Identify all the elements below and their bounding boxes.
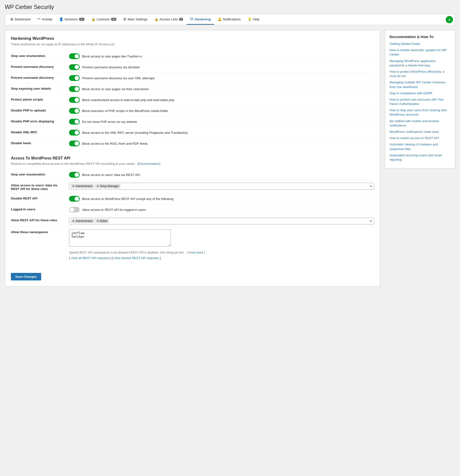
sidebar-link-1[interactable]: How to enable automatic updates for WP C… [390,48,451,57]
tag-x-icon: ✕ [97,184,99,188]
tag-administrator: ✕Administrator [71,219,94,223]
row-content-8: Block access to the RSS, Atom and RDF fe… [69,141,374,146]
rest-row-allow-namespaces: Allow these namespaces jetflow fetcher [11,227,374,249]
sidebar-link-8[interactable]: Be notified with mobile and browser noti… [390,119,451,128]
save-section: Save Changes [11,267,374,280]
toggle-7[interactable] [69,130,80,136]
tab-hardening-label: Hardening [194,17,211,21]
sessions-badge: 11 [79,18,84,21]
sidebar-link-5[interactable]: Stay in compliance with GDPR [390,91,451,95]
row-content-7: Block access to the XML-RPC server (incl… [69,130,374,136]
tag-clear-btn-allow-roles[interactable]: ✕ [369,184,372,188]
tab-hardening[interactable]: 🛡 Hardening [186,14,214,25]
toggle-1[interactable] [69,64,80,70]
rest-toggle-logged-in[interactable] [69,207,80,212]
sidebar-link-11[interactable]: Automatic cleanup of malware and suspici… [390,142,451,151]
rest-api-desc-text: Restrict or completely block access to t… [11,162,135,166]
row-content-6: Do not show PHP errors on my website [69,119,374,125]
tab-help[interactable]: 💡 Help [244,14,263,25]
sidebar-link-6[interactable]: How to protect user accounts with Two-Fa… [390,97,451,106]
dashboard-icon: ⊞ [10,17,13,21]
sessions-icon: 👤 [59,17,63,21]
namespace-hints: Specify REST API namespaces to be allowe… [69,251,374,260]
row-content-1: Prevent username discovery via oEmbed [69,64,374,70]
row-content-3: Block access to user pages via their use… [69,86,374,92]
toggle-0[interactable] [69,53,80,59]
tag-x-icon: ✕ [97,219,99,223]
sidebar-panel: Documentation & How To Getting Started G… [385,30,455,169]
row-label-1: Prevent username discovery [11,64,64,68]
sidebar-doc-title: Documentation & How To [390,35,451,39]
sidebar-link-0[interactable]: Getting Started Guide [390,42,451,46]
tag-input-allow-roles[interactable]: ✕Administrator ✕Shop Manager ✕ [69,183,374,189]
rest-desc-stop-user-enum: Block access to users' data via REST API [82,173,140,177]
rest-desc-logged-in: Allow access to REST API for logged-in u… [82,208,146,212]
tab-activity[interactable]: 〜 Activity [34,14,56,25]
row-desc-7: Block access to the XML-RPC server (incl… [82,131,188,135]
rest-row-allow-roles: Allow access to users' data via REST API… [11,180,374,193]
row-label-7: Disable XML-RPC [11,130,64,134]
row-content-0: Block access to user pages like /?author… [69,53,374,59]
row-label-2: Prevent username discovery [11,75,64,79]
tab-dashboard[interactable]: ⊞ Dashboard [7,14,34,25]
doc-link[interactable]: Documentation [138,162,159,166]
hardening-row-0: Stop user enumeration Block access to us… [11,51,374,62]
rest-label-logged-in: Logged-in users [11,207,64,211]
row-desc-6: Do not show PHP errors on my website [82,120,137,124]
tab-access-lists[interactable]: 🔒 Access Lists 9 [151,14,187,25]
toggle-5[interactable] [69,108,80,114]
namespace-hint: Specify REST API namespaces to be allowe… [69,251,374,254]
hardening-row-3: Stop exposing user details Block access … [11,84,374,94]
rest-row-allow-rest-roles: Allow REST API for these roles ✕Administ… [11,215,374,227]
toggle-3[interactable] [69,86,80,92]
view-all-link[interactable]: View all REST API requests [71,256,109,260]
lockouts-icon: 🔒 [91,17,95,21]
view-denied-link[interactable]: View denied REST API requests [114,256,159,260]
row-desc-8: Block access to the RSS, Atom and RDF fe… [82,142,148,145]
rest-toggle-stop-user-enum[interactable] [69,172,80,178]
row-label-4: Protect admin scripts [11,97,64,101]
tab-help-label: Help [253,17,260,21]
textarea-wrap-allow-namespaces: jetflow fetcher [69,230,374,246]
nav-brand-icon[interactable]: ♦ [446,16,453,23]
save-button[interactable]: Save Changes [11,273,41,280]
sidebar-link-4[interactable]: Managing multiple WP Cerber instances fr… [390,80,451,89]
sidebar-link-2[interactable]: Managing WordPress application passwords… [390,59,451,68]
rest-row-logged-in: Logged-in users Allow access to REST API… [11,204,374,215]
hardening-row-2: Prevent username discovery Prevent usern… [11,73,374,84]
access-lists-icon: 🔒 [154,17,159,21]
toggle-2[interactable] [69,75,80,81]
namespace-textarea[interactable]: jetflow fetcher [69,230,171,246]
toggle-4[interactable] [69,97,80,103]
rest-label-allow-namespaces: Allow these namespaces [11,230,64,234]
sidebar-link-9[interactable]: WordPress notifications made easy [390,130,451,134]
row-content-4: Block unauthorized access to load-script… [69,97,374,103]
sidebar-link-12[interactable]: Automated recurring scans and email repo… [390,153,451,162]
know-more-link[interactable]: Know more [188,251,203,254]
tag-clear-btn-allow-rest-roles[interactable]: ✕ [369,219,372,223]
toggle-6[interactable] [69,119,80,125]
toggle-8[interactable] [69,141,80,146]
app-title: WP Cerber Security [5,4,455,10]
tab-lockouts[interactable]: 🔒 Lockouts 16 [88,14,120,25]
lockouts-badge: 16 [111,18,117,21]
sidebar-link-7[interactable]: How to stop your users from sharing thei… [390,108,451,117]
tab-dashboard-label: Dashboard [15,17,31,21]
tab-main-settings[interactable]: ⚙ Main Settings [120,14,151,25]
tab-notifications[interactable]: 🔔 Notifications [214,14,244,25]
rest-label-stop-user-enum: Stop user enumeration [11,172,64,176]
row-label-5: Disable PHP in uploads [11,108,64,112]
row-label-8: Disable feeds [11,141,64,145]
rest-toggle-disable-rest[interactable] [69,196,80,202]
rest-row-disable-rest: Disable REST API Block access to WordPre… [11,193,374,204]
tag-input-allow-rest-roles[interactable]: ✕Administrator ✕Editor ✕ [69,218,374,224]
tab-sessions-label: Sessions [64,17,78,21]
hardening-row-8: Disable feeds Block access to the RSS, A… [11,138,374,149]
sidebar-link-10[interactable]: How to restrict access to REST API [390,136,451,140]
tag-editor: ✕Editor [95,219,109,223]
row-label-0: Stop user enumeration [11,53,64,58]
tab-sessions[interactable]: 👤 Sessions 11 [56,14,88,25]
row-content-5: Block execution of PHP scripts in the Wo… [69,108,374,114]
sidebar-link-3[interactable]: How to protect WordPress effectively: a … [390,69,451,78]
hardening-row-6: Disable PHP error displaying Do not show… [11,116,374,127]
